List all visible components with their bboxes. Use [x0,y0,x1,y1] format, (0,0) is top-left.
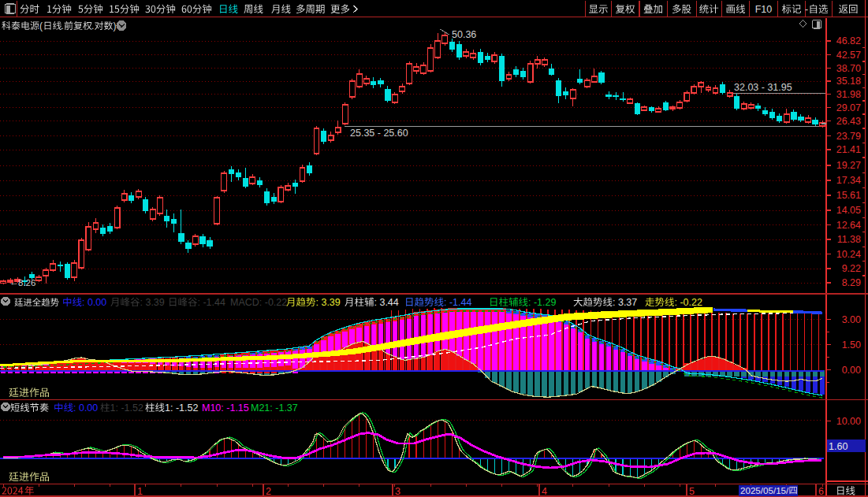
svg-text:0.00: 0.00 [842,365,861,376]
svg-text:26.43: 26.43 [836,116,861,127]
svg-text:: 3.39: : 3.39 [140,297,165,308]
svg-text:: 0.00: : 0.00 [82,297,106,308]
svg-text:10.24: 10.24 [836,249,861,260]
svg-text:2025/05/15/: 2025/05/15/ [740,485,789,495]
svg-text:M21: -1.37: M21: -1.37 [251,402,298,414]
svg-text:15.61: 15.61 [836,190,861,201]
svg-text:: 0.00: : 0.00 [73,402,98,414]
svg-text:M10: -1.15: M10: -1.15 [202,402,249,414]
svg-text:8.29: 8.29 [842,277,861,288]
svg-text:9.22: 9.22 [842,263,861,274]
svg-text:23.79: 23.79 [836,131,861,142]
svg-text:1: -1.52: 1: -1.52 [110,402,143,414]
svg-text:3: 3 [395,486,400,497]
svg-text:3.00: 3.00 [842,314,861,325]
svg-text:17.34: 17.34 [836,175,861,186]
svg-text:1.50: 1.50 [842,339,861,350]
svg-text:38.70: 38.70 [836,63,861,74]
svg-text:1: 1 [137,486,143,497]
svg-text:: -0.22: : -0.22 [675,297,702,308]
svg-text:31.98: 31.98 [836,89,861,100]
svg-text:11.38: 11.38 [837,234,861,245]
svg-text:32.03 - 31.95: 32.03 - 31.95 [734,82,792,93]
svg-text:: 3.44: : 3.44 [374,297,399,308]
svg-text:29.07: 29.07 [836,102,861,113]
svg-text:-: - [805,4,808,15]
svg-text:8.26: 8.26 [18,278,35,287]
svg-text:.: . [91,20,94,32]
svg-text:2: 2 [266,486,271,497]
svg-text:46.82: 46.82 [836,35,861,46]
svg-text:F10: F10 [755,4,773,15]
svg-text:): ) [114,20,117,32]
svg-text:: -1.44: : -1.44 [444,297,471,308]
svg-text:6: 6 [818,486,824,497]
svg-text:: -1.44: : -1.44 [198,297,225,308]
svg-text:MACD: -0.22: MACD: -0.22 [230,297,287,308]
svg-text:: 3.39: : 3.39 [316,297,341,308]
svg-text:19.27: 19.27 [836,160,861,171]
svg-text:4: 4 [542,486,547,497]
svg-text:1: -1.52: 1: -1.52 [165,402,198,414]
svg-text:12.64: 12.64 [836,220,861,231]
svg-text:21.41: 21.41 [836,144,861,155]
svg-text:.: . [61,20,64,32]
svg-text:14.05: 14.05 [836,205,861,216]
svg-text:10.00: 10.00 [836,416,861,427]
svg-text:5: 5 [689,486,695,497]
svg-text:: -1.29: : -1.29 [528,297,556,308]
svg-text:25.35 - 25.60: 25.35 - 25.60 [350,128,408,139]
svg-text:(: ( [39,20,43,32]
svg-text:42.57: 42.57 [836,50,861,61]
svg-text:: 3.37: : 3.37 [613,297,637,308]
svg-text:35.18: 35.18 [836,76,861,87]
svg-text:50.36: 50.36 [452,29,476,40]
svg-text:1.60: 1.60 [829,441,848,452]
